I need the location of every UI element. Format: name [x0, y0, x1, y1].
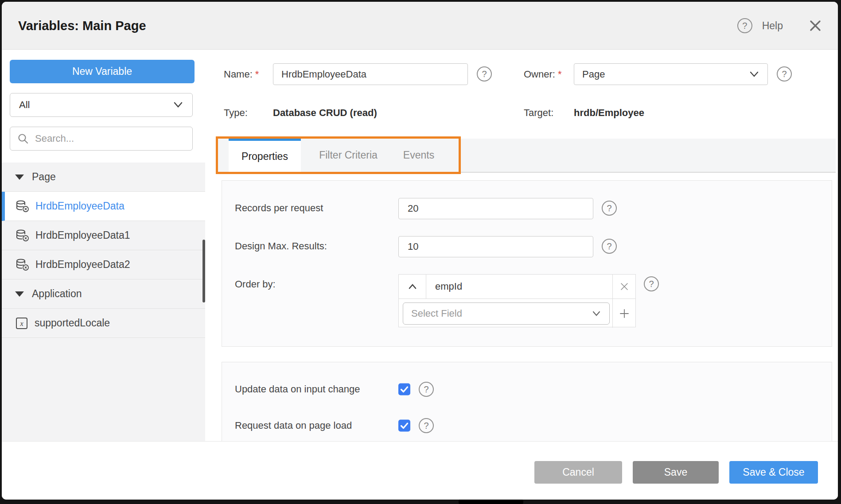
tree-group-page[interactable]: Page — [2, 163, 205, 192]
tree-item-hrdbemployeedata[interactable]: HrdbEmployeeData — [2, 192, 205, 221]
model-variable-icon: x — [15, 317, 28, 330]
variables-sidebar: New Variable All Page — [2, 50, 205, 441]
close-icon[interactable] — [809, 19, 822, 32]
request-on-load-label: Request data on page load — [235, 420, 352, 431]
select-field-dropdown[interactable]: Select Field — [403, 302, 610, 325]
owner-help-icon[interactable]: ? — [777, 66, 792, 81]
design-max-results-input[interactable] — [398, 236, 593, 257]
tab-filter-criteria[interactable]: Filter Criteria — [301, 139, 396, 172]
remove-order-field-button[interactable] — [612, 275, 635, 299]
collapse-triangle-icon — [15, 174, 24, 180]
owner-label: Owner:* — [524, 69, 561, 80]
chevron-down-icon — [749, 71, 759, 78]
variable-tree: Page HrdbEmployeeData HrdbEmployeeData1 — [2, 163, 205, 441]
records-per-request-input[interactable] — [398, 198, 593, 219]
checkmark-icon — [400, 386, 409, 393]
plus-icon — [619, 308, 630, 319]
tab-properties[interactable]: Properties — [229, 139, 301, 172]
variable-search — [10, 127, 193, 151]
request-on-load-checkbox[interactable] — [398, 420, 410, 432]
dialog-footer: Cancel Save Save & Close — [2, 441, 838, 500]
update-on-input-checkbox[interactable] — [398, 384, 410, 395]
dialog-header: Variables: Main Page ? Help — [2, 2, 838, 50]
database-variable-icon — [15, 229, 29, 242]
checkmark-icon — [400, 422, 409, 429]
tree-group-application[interactable]: Application — [2, 279, 205, 309]
update-on-input-label: Update data on input change — [235, 384, 360, 395]
name-help-icon[interactable]: ? — [477, 66, 492, 81]
tree-item-supportedlocale[interactable]: x supportedLocale — [2, 309, 205, 338]
required-asterisk: * — [255, 69, 259, 80]
select-field-placeholder: Select Field — [411, 308, 462, 319]
database-variable-icon — [15, 200, 29, 213]
name-input[interactable] — [273, 63, 468, 85]
design-max-results-label: Design Max. Results: — [235, 240, 327, 252]
update-on-input-help-icon[interactable]: ? — [419, 382, 434, 397]
search-input[interactable] — [35, 133, 185, 144]
database-variable-icon — [15, 258, 29, 271]
add-order-field-button[interactable] — [612, 299, 635, 328]
new-variable-button[interactable]: New Variable — [10, 60, 195, 83]
collapse-triangle-icon — [15, 291, 24, 297]
chevron-down-icon — [592, 310, 601, 317]
svg-text:x: x — [19, 320, 23, 327]
required-asterisk: * — [558, 69, 562, 80]
type-label: Type: — [224, 107, 248, 119]
owner-select[interactable]: Page — [574, 63, 768, 85]
help-link[interactable]: Help — [762, 20, 783, 32]
target-label: Target: — [524, 107, 553, 119]
records-help-icon[interactable]: ? — [602, 201, 617, 216]
records-per-request-label: Records per request — [235, 202, 323, 214]
order-by-label: Order by: — [235, 279, 276, 290]
screen: Variables: Main Page ? Help New Variable… — [0, 0, 841, 504]
tree-item-hrdbemployeedata2[interactable]: HrdbEmployeeData2 — [2, 250, 205, 279]
save-button[interactable]: Save — [633, 461, 719, 484]
order-by-control: empId Select Field — [398, 274, 636, 327]
help-icon[interactable]: ? — [737, 18, 752, 33]
owner-selected-value: Page — [582, 69, 605, 80]
tab-events[interactable]: Events — [396, 139, 442, 172]
search-icon — [17, 133, 29, 144]
sort-ascending-button[interactable] — [399, 275, 426, 299]
chevron-down-icon — [173, 101, 183, 109]
tree-item-hrdbemployeedata1[interactable]: HrdbEmployeeData1 — [2, 221, 205, 250]
remove-x-icon — [619, 282, 629, 291]
filter-selected-value: All — [19, 99, 30, 111]
cancel-button[interactable]: Cancel — [534, 461, 622, 484]
save-and-close-button[interactable]: Save & Close — [729, 461, 818, 484]
sidebar-scrollbar-thumb[interactable] — [202, 240, 205, 302]
request-on-load-help-icon[interactable]: ? — [419, 418, 434, 433]
behavior-panel: Update data on input change ? Request da… — [222, 362, 832, 441]
properties-panel: Records per request ? Design Max. Result… — [222, 180, 832, 347]
target-value: hrdb/Employee — [574, 107, 644, 119]
order-by-help-icon[interactable]: ? — [644, 276, 659, 291]
type-value: Database CRUD (read) — [273, 107, 377, 119]
order-by-field-value[interactable]: empId — [426, 281, 612, 292]
variable-tabs: Properties Filter Criteria Events — [218, 139, 836, 173]
dialog-title: Variables: Main Page — [18, 2, 146, 50]
background-bottom-bar — [459, 500, 523, 504]
chevron-up-icon — [408, 283, 417, 290]
variable-filter-select[interactable]: All — [10, 93, 193, 117]
variables-dialog: Variables: Main Page ? Help New Variable… — [2, 2, 838, 500]
name-label: Name:* — [224, 69, 259, 80]
design-max-help-icon[interactable]: ? — [602, 239, 617, 254]
